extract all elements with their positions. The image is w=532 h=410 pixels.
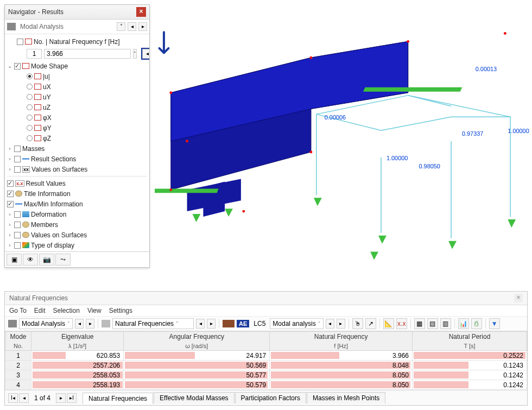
col-nat[interactable]: Natural Frequency: [270, 332, 413, 342]
tb-prev2[interactable]: ◂: [196, 319, 205, 329]
tree-maxmin[interactable]: Max/Min Information: [7, 199, 147, 209]
analysis-next[interactable]: ▸: [138, 22, 147, 31]
tree-members[interactable]: ›Members: [7, 219, 147, 230]
frequency-dropdown[interactable]: ˅: [133, 49, 137, 59]
tab-natural-freq[interactable]: Natural Frequencies: [83, 393, 153, 404]
modeshape-checkbox[interactable]: [14, 63, 21, 70]
tb-grid2[interactable]: ▤: [427, 318, 438, 329]
tb-chart[interactable]: 📊: [458, 318, 469, 329]
radio-phix[interactable]: [27, 115, 33, 121]
cell-eig: 620.853: [31, 351, 124, 361]
results-close[interactable]: ×: [514, 294, 523, 302]
menu-settings[interactable]: Settings: [109, 307, 132, 314]
tree-phiz[interactable]: φZ: [7, 133, 147, 143]
svg-marker-4: [203, 182, 225, 217]
page-prev[interactable]: ◂: [19, 393, 29, 403]
tb-prev1[interactable]: ◂: [75, 319, 84, 329]
tb-next3[interactable]: ▸: [337, 319, 345, 329]
table-row[interactable]: 22557.20650.5698.0480.1243: [5, 361, 527, 370]
analysis-prev[interactable]: ◂: [128, 22, 136, 31]
surfaces-icon: [22, 232, 29, 238]
table-row[interactable]: 42558.19350.5798.0500.1242: [5, 380, 527, 390]
square-icon: [34, 73, 41, 79]
cell-eig: 2558.053: [31, 370, 124, 380]
svg-marker-8: [378, 236, 387, 244]
col-mode[interactable]: Mode: [5, 332, 31, 342]
cell-eig: 2557.206: [31, 361, 124, 370]
tree-deformation[interactable]: ›Deformation: [7, 209, 147, 219]
analysis-dropdown-icon[interactable]: ˅: [117, 22, 125, 31]
mode-number-input[interactable]: [27, 49, 42, 59]
table-icon: [102, 320, 110, 327]
navigator-titlebar: Navigator - Results ×: [5, 5, 149, 20]
tree-phix[interactable]: φX: [7, 112, 147, 123]
tab-modal-masses[interactable]: Effective Modal Masses: [154, 392, 235, 403]
menu-view[interactable]: View: [87, 307, 102, 314]
menu-edit[interactable]: Edit: [34, 307, 46, 314]
section-icon: [22, 158, 29, 160]
tb-pick2[interactable]: ↗: [365, 318, 376, 329]
frequency-value-input[interactable]: [44, 49, 131, 59]
col-eig[interactable]: Eigenvalue: [31, 332, 124, 342]
tree-values-surfaces2[interactable]: ›Values on Surfaces: [7, 230, 147, 240]
cell-per: 0.1242: [412, 380, 527, 390]
radio-uz[interactable]: [27, 104, 33, 110]
tb-grid3[interactable]: ▥: [440, 318, 451, 329]
tb-prev3[interactable]: ◂: [326, 319, 334, 329]
tree-uy[interactable]: uY: [7, 92, 147, 102]
radio-u[interactable]: [27, 73, 33, 79]
close-button[interactable]: ×: [136, 7, 146, 17]
tree-ux[interactable]: uX: [7, 81, 147, 92]
page-last[interactable]: ▸I: [67, 393, 77, 403]
tb-pick[interactable]: 🖱: [352, 318, 363, 329]
page-next[interactable]: ▸: [56, 393, 66, 403]
tb-next2[interactable]: ▸: [207, 319, 216, 329]
tb-grid1[interactable]: ▦: [414, 318, 425, 329]
page-first[interactable]: I◂: [8, 393, 18, 403]
model-3d-view[interactable]: 0.00013 0.00006 0.97337 1.00000 1.00000 …: [155, 0, 532, 288]
tb-filter[interactable]: ▼: [489, 318, 500, 329]
cell-per: 0.2522: [412, 351, 527, 361]
analysis-combo[interactable]: Modal Analysis: [18, 22, 115, 31]
svg-rect-12: [155, 188, 218, 193]
radio-uy[interactable]: [27, 94, 33, 100]
tb-next1[interactable]: ▸: [86, 319, 94, 329]
combo-analysis[interactable]: Modal Analysis˅: [19, 318, 73, 329]
tb-export[interactable]: ⎙: [471, 318, 482, 329]
tree-display-type[interactable]: ›Type of display: [7, 240, 147, 250]
radio-phiy[interactable]: [27, 125, 33, 131]
tab-mesh-masses[interactable]: Masses in Mesh Points: [307, 392, 385, 403]
table-row[interactable]: 32558.05350.5778.0500.1242: [5, 370, 527, 380]
analysis-icon: [7, 23, 16, 30]
nav-view-button[interactable]: ▣: [7, 254, 22, 266]
radio-ux[interactable]: [27, 84, 33, 90]
combo-lc[interactable]: Modal analysis˅: [270, 318, 323, 329]
col-per[interactable]: Natural Period: [412, 332, 527, 342]
menu-selection[interactable]: Selection: [53, 307, 80, 314]
tb-icon1[interactable]: 📐: [383, 318, 394, 329]
tab-participation[interactable]: Participation Factors: [235, 392, 306, 403]
tree-title-info[interactable]: Title Information: [7, 188, 147, 199]
combo-table[interactable]: Natural Frequencies˅: [112, 318, 194, 329]
freq-checkbox[interactable]: [17, 39, 23, 45]
tree-u[interactable]: |u|: [7, 71, 147, 81]
tree-phiy[interactable]: φY: [7, 123, 147, 133]
tree-result-values[interactable]: x.xResult Values: [7, 178, 147, 188]
table-row[interactable]: 1620.85324.9173.9660.2522: [5, 351, 527, 361]
nav-camera-button[interactable]: 📷: [39, 254, 54, 266]
radio-phiz[interactable]: [27, 135, 33, 141]
tree-uz[interactable]: uZ: [7, 102, 147, 112]
tree-result-sections[interactable]: ›Result Sections: [7, 154, 147, 164]
nav-eye-button[interactable]: 👁: [23, 254, 38, 266]
tree-mode-shape[interactable]: ⌄ Mode Shape: [7, 61, 147, 71]
prev-mode-button[interactable]: ◂: [142, 49, 149, 59]
tree-values-surfaces[interactable]: ›xxValues on Surfaces: [7, 164, 147, 174]
col-ang[interactable]: Angular Frequency: [124, 332, 270, 342]
tree-masses[interactable]: ›Masses: [7, 143, 147, 154]
tb-icon2[interactable]: x.x: [396, 318, 407, 329]
menu-goto[interactable]: Go To: [9, 307, 27, 314]
cell-ang: 50.569: [124, 361, 270, 370]
nav-graph-button[interactable]: ⤳: [55, 254, 71, 266]
svg-point-20: [242, 210, 245, 213]
expand-icon[interactable]: ⌄: [7, 63, 12, 69]
